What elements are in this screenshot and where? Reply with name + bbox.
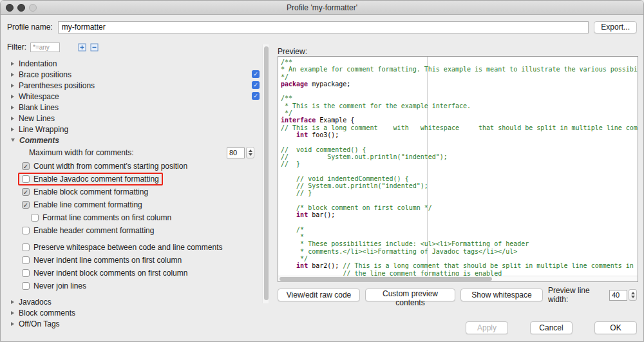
checkbox-label: Enable header comment formatting [33, 226, 154, 235]
tree-item-label: Brace positions [19, 70, 71, 79]
option-row-count-width-from-comment-s-starting-position: ✓Count width from comment's starting pos… [7, 160, 262, 173]
code-comment: /** [281, 59, 292, 66]
code-text [281, 211, 296, 218]
expand-arrow-icon[interactable] [11, 311, 14, 315]
tree-item-indentation[interactable]: Indentation [7, 58, 262, 69]
checkbox-label: Preserve whitespace between code and lin… [33, 243, 223, 252]
expand-arrow-icon[interactable] [11, 300, 14, 304]
tree-item-label: Line Wrapping [19, 125, 68, 134]
export-button[interactable]: Export... [594, 21, 637, 33]
checkbox-group: Enable header comment formatting [18, 224, 158, 237]
preview-hscrollbar-thumb[interactable] [279, 277, 492, 281]
code-comment: /* [281, 226, 304, 233]
tree-item-label: New Lines [19, 114, 55, 123]
tree-item-comments[interactable]: Comments [7, 135, 262, 146]
stepper-down-icon[interactable] [249, 153, 252, 156]
preview-line-width-stepper[interactable] [629, 289, 637, 301]
stepper-up-icon[interactable] [631, 292, 635, 294]
tree-item-javadocs[interactable]: Javadocs [7, 296, 262, 307]
checkbox-never-indent-block-comments-on-first-column[interactable] [22, 269, 30, 277]
filter-input[interactable] [30, 43, 60, 52]
apply-button: Apply [466, 321, 508, 334]
code-text: Example { [316, 117, 354, 124]
code-comment: // System.out.println("indented"); [281, 153, 448, 160]
preview-line-width-label: Preview line width: [548, 286, 604, 304]
checkbox-never-join-lines[interactable] [22, 282, 30, 290]
code-comment: * This is the comment for the example in… [281, 102, 471, 109]
profile-name-label: Profile name: [7, 23, 53, 32]
code-line: * This is the comment for the example in… [281, 102, 638, 109]
red-highlight-annotation: Enable Javadoc comment formatting [18, 173, 163, 185]
collapse-arrow-icon[interactable] [11, 138, 15, 142]
titlebar[interactable]: Profile 'my-formatter' [1, 1, 643, 15]
stepper-control[interactable] [246, 147, 254, 158]
close-button[interactable] [6, 4, 14, 12]
code-comment: // void indentedCommented() { [281, 175, 409, 182]
preview-line-width-input[interactable]: 40 [609, 290, 627, 301]
left-scrollbar-thumb[interactable] [264, 46, 269, 300]
preview-hscrollbar[interactable] [278, 276, 638, 281]
code-text: foo3(); [308, 131, 339, 138]
expand-arrow-icon[interactable] [11, 62, 14, 66]
ok-button[interactable]: OK [594, 321, 637, 334]
tree-item-whitespace[interactable]: Whitespace✓ [7, 91, 262, 102]
stepper-down-icon[interactable] [631, 296, 635, 298]
custom-preview-contents-button[interactable]: Custom preview contents [365, 289, 455, 301]
collapse-all-icon[interactable] [90, 43, 99, 52]
expand-arrow-icon[interactable] [11, 128, 14, 131]
checkbox-preserve-whitespace-between-code-and-line-comments[interactable] [22, 243, 30, 251]
checkbox-enable-line-comment-formatting[interactable]: ✓ [22, 201, 30, 209]
tree-item-label: Indentation [19, 59, 57, 68]
stepper-up-icon[interactable] [249, 149, 252, 152]
dialog-footer: Apply Cancel OK [466, 321, 637, 334]
checkbox-enable-header-comment-formatting[interactable] [22, 227, 30, 234]
max-comment-width-input[interactable]: 80 [227, 147, 245, 158]
checkbox-enable-block-comment-formatting[interactable]: ✓ [22, 188, 30, 196]
formatter-profile-dialog: Profile 'my-formatter' Profile name: Exp… [0, 0, 644, 342]
minimize-button[interactable] [17, 4, 25, 12]
checkbox-group: Never join lines [18, 280, 90, 292]
expand-arrow-icon[interactable] [11, 117, 14, 120]
code-line [281, 197, 638, 204]
code-line: // System.out.println("indented"); [281, 182, 638, 189]
code-line: // This is a long comment with whitespac… [281, 124, 638, 131]
profile-name-input[interactable] [58, 21, 589, 33]
expand-all-icon[interactable] [78, 43, 86, 52]
tree-item-blank-lines[interactable]: Blank Lines [7, 102, 262, 113]
expand-arrow-icon[interactable] [11, 95, 14, 99]
checkbox-count-width-from-comment-s-starting-position[interactable]: ✓ [22, 162, 30, 170]
tree-item-new-lines[interactable]: New Lines [7, 113, 262, 124]
section-modified-check-icon: ✓ [252, 70, 260, 78]
option-row-never-indent-block-comments-on-first-column: Never indent block comments on first col… [7, 267, 262, 280]
code-keyword: interface [281, 117, 316, 124]
checkbox-enable-javadoc-comment-formatting[interactable] [22, 175, 30, 183]
code-line: // void indentedCommented() { [281, 175, 638, 182]
preview-label: Preview: [278, 47, 307, 56]
preview-code: /*** An example for comment formatting. … [281, 59, 638, 277]
checkbox-never-indent-line-comments-on-first-column[interactable] [22, 256, 30, 264]
tree-item-off-on-tags[interactable]: Off/On Tags [7, 318, 262, 329]
tree-item-brace-positions[interactable]: Brace positions✓ [7, 69, 262, 80]
expand-arrow-icon[interactable] [11, 322, 14, 326]
tree-item-block-comments[interactable]: Block comments [7, 307, 262, 318]
code-comment: // void commented() { [281, 146, 366, 153]
checkbox-label: Never indent line comments on first colu… [33, 256, 182, 265]
code-keyword: int [296, 131, 308, 138]
left-scrollbar[interactable] [262, 44, 269, 303]
cancel-button[interactable]: Cancel [530, 321, 573, 334]
code-line: /* block comment on first column */ [281, 204, 638, 211]
tree-item-parentheses-positions[interactable]: Parentheses positions✓ [7, 80, 262, 91]
checkbox-label: Never join lines [33, 281, 86, 290]
expand-arrow-icon[interactable] [11, 73, 14, 77]
tree-item-line-wrapping[interactable]: Line Wrapping [7, 124, 262, 135]
view-edit-raw-code-button[interactable]: View/edit raw code [278, 289, 360, 301]
option-row-enable-block-comment-formatting: ✓Enable block comment formatting [7, 185, 262, 198]
checkbox-format-line-comments-on-first-column[interactable] [31, 214, 39, 222]
checkbox-group: ✓Count width from comment's starting pos… [18, 160, 191, 173]
expand-arrow-icon[interactable] [11, 84, 14, 88]
show-whitespace-button[interactable]: Show whitespace [460, 289, 543, 301]
expand-arrow-icon[interactable] [11, 106, 14, 109]
code-comment: */ [281, 73, 289, 81]
code-text: bar(); [308, 211, 335, 218]
code-line: * These possibilities include: <ul><li>F… [281, 240, 638, 247]
